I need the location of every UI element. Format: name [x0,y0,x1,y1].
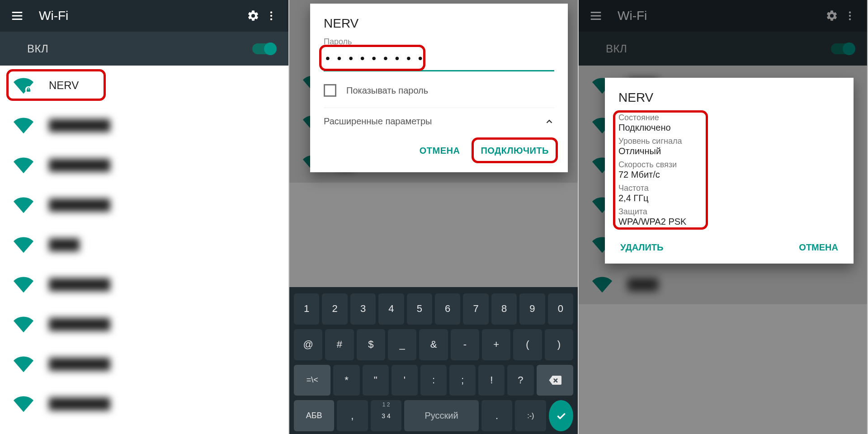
svg-point-3 [270,11,272,13]
key[interactable]: 2 [322,293,347,325]
wifi-icon [14,75,33,95]
network-label: ████████ [49,318,110,330]
network-item[interactable]: ████ [0,225,288,264]
network-label: ████████ [49,278,110,291]
key[interactable]: 3 [350,293,376,325]
key[interactable]: _ [388,329,416,360]
key[interactable]: ; [449,365,476,396]
keyboard: 1 2 3 4 5 6 7 8 9 0 @ # $ _ & - + ( ) =\… [289,287,578,434]
key-symbols[interactable]: =\< [294,365,330,396]
key-emoji[interactable]: :-) [515,400,546,431]
checkbox-icon[interactable] [324,84,336,97]
connect-dialog: NERV Пароль Показывать пароль Расширенны… [310,4,568,172]
gear-icon[interactable] [244,7,262,25]
freq-value: 2,4 ГГц [618,193,840,203]
key[interactable]: 0 [548,293,573,325]
svg-point-5 [270,18,272,20]
key[interactable]: 5 [407,293,432,325]
overflow-icon[interactable] [262,7,280,25]
network-label: ████████ [49,198,110,211]
wifi-icon [14,274,33,294]
signal-label: Уровень сигнала [618,137,840,146]
wifi-icon [14,314,33,334]
key[interactable]: * [333,365,359,396]
network-item[interactable]: ████████ [0,105,288,145]
network-label: ████ [49,238,80,251]
show-password-label: Показывать пароль [346,85,428,96]
network-item[interactable]: ████████ [0,384,288,424]
security-value: WPA/WPA2 PSK [618,217,840,227]
key-language[interactable]: Русский [404,400,479,431]
cancel-button[interactable]: ОТМЕНА [799,242,838,253]
key[interactable]: 9 [519,293,545,325]
freq-label: Частота [618,184,840,193]
keyboard-row: АБВ , 1 2 3 4 Русский . :-) [294,400,573,431]
cancel-button[interactable]: ОТМЕНА [417,144,463,158]
wifi-toggle-row: ВКЛ [0,32,288,66]
wifi-icon [14,155,33,175]
dialog-actions: УДАЛИТЬ ОТМЕНА [618,231,840,257]
connect-button-label: ПОДКЛЮЧИТЬ [481,146,549,156]
password-input[interactable] [324,48,554,71]
network-item[interactable]: ████████ [0,145,288,185]
forget-button[interactable]: УДАЛИТЬ [620,242,663,253]
key[interactable]: ( [513,329,542,360]
speed-label: Скорость связи [618,160,840,170]
hamburger-icon[interactable] [8,7,26,25]
network-label: ████████ [49,358,110,370]
key-mode[interactable]: АБВ [294,400,334,431]
wifi-icon [14,235,33,255]
key-backspace[interactable] [537,365,573,396]
key[interactable]: # [325,329,354,360]
key[interactable]: : [420,365,447,396]
screen-wifi-details: Wi-Fi ВКЛ ████ ████ ████ ████ ████ ████ … [579,0,868,434]
svg-point-4 [270,15,272,17]
key-numpad[interactable]: 1 2 3 4 [371,400,402,431]
key[interactable]: ) [545,329,573,360]
key[interactable]: ! [478,365,505,396]
network-item[interactable]: ████████ [0,344,288,384]
chevron-up-icon [544,117,554,127]
key[interactable]: - [451,329,479,360]
screen-wifi-connect-dialog: ██ ██ ██ NERV Пароль Показывать пароль Р… [289,0,579,434]
key[interactable]: ? [507,365,533,396]
advanced-label: Расширенные параметры [324,116,432,127]
key[interactable]: & [419,329,448,360]
key[interactable]: 6 [435,293,460,325]
key[interactable]: ' [392,365,418,396]
keyboard-row: @ # $ _ & - + ( ) [294,329,573,360]
show-password-row[interactable]: Показывать пароль [324,84,554,97]
wifi-icon [14,354,33,374]
key[interactable]: 7 [463,293,488,325]
key[interactable]: + [482,329,510,360]
key-comma[interactable]: , [337,400,368,431]
speed-value: 72 Мбит/с [618,170,840,180]
advanced-options-row[interactable]: Расширенные параметры [324,108,554,135]
key[interactable]: 8 [491,293,517,325]
key[interactable]: 1 [294,293,319,325]
wifi-toggle-label: ВКЛ [27,42,48,55]
details-dialog: NERV Состояние Подключено Уровень сигнал… [605,78,854,264]
screen-wifi-list: Wi-Fi ВКЛ NERV ████████ ████████ ███████… [0,0,289,434]
security-label: Защита [618,207,840,217]
key-enter[interactable] [549,400,573,431]
status-label: Состояние [618,113,840,123]
dialog-title: NERV [324,16,554,31]
connect-button[interactable]: ПОДКЛЮЧИТЬ [478,144,552,158]
wifi-toggle-switch[interactable] [252,43,275,54]
network-item-nerv[interactable]: NERV [0,66,288,105]
key[interactable]: @ [294,329,322,360]
network-item[interactable]: ████████ [0,304,288,344]
password-label: Пароль [324,37,554,47]
network-item[interactable]: ████████ [0,185,288,225]
key-dot[interactable]: . [481,400,513,431]
network-item[interactable]: ████████ [0,264,288,304]
wifi-icon [14,394,33,414]
wifi-icon [14,195,33,215]
appbar: Wi-Fi [0,0,288,32]
network-label: NERV [49,79,79,92]
key[interactable]: 4 [378,293,404,325]
network-label: ████████ [49,397,110,410]
key[interactable]: " [363,365,389,396]
key[interactable]: $ [357,329,385,360]
